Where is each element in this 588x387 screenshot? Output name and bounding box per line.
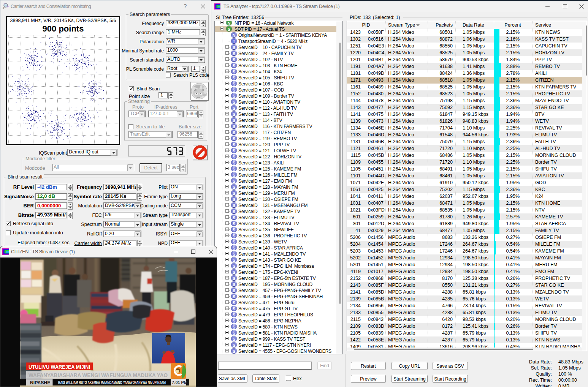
svg-text:S: S — [233, 288, 235, 293]
svg-text:S: S — [233, 148, 235, 153]
svg-text:WAFANYABIASHARA WENGI WAFUNGUA: WAFANYABIASHARA WENGI WAFUNGUA MADUKA YA… — [29, 372, 168, 378]
svg-text:S: S — [233, 270, 235, 275]
svg-text:7:01 PM: 7:01 PM — [172, 380, 187, 385]
svg-text:S: S — [233, 349, 235, 354]
svg-text:S: S — [233, 258, 235, 262]
svg-text:S: S — [233, 313, 235, 317]
svg-text:S: S — [233, 161, 235, 165]
svg-text:RAIS WILLIAM RUTO AKEMEA MAAND: RAIS WILLIAM RUTO AKEMEA MAANDAMANO YANA… — [58, 380, 166, 385]
svg-text:S: S — [233, 343, 235, 348]
svg-text:S: S — [233, 203, 235, 208]
svg-text:S: S — [233, 94, 235, 98]
svg-text:S: S — [233, 264, 235, 269]
svg-text:S: S — [233, 240, 235, 244]
svg-text:S: S — [233, 76, 235, 80]
svg-text:S: S — [233, 142, 235, 147]
svg-text:S: S — [233, 294, 235, 299]
svg-text:S: S — [233, 282, 235, 287]
svg-text:S: S — [233, 306, 235, 311]
svg-text:S: S — [233, 331, 235, 335]
svg-text:S: S — [233, 173, 235, 177]
svg-text:S: S — [233, 221, 235, 226]
svg-text:S: S — [233, 124, 235, 129]
svg-text:S: S — [233, 51, 235, 56]
svg-text:S: S — [233, 82, 235, 86]
svg-text:S: S — [233, 88, 235, 92]
svg-text:S: S — [233, 252, 235, 256]
svg-text:S: S — [233, 106, 235, 111]
svg-text:S: S — [233, 45, 235, 50]
svg-text:S: S — [228, 27, 230, 32]
svg-text:S: S — [233, 197, 235, 202]
svg-text:S: S — [233, 246, 235, 250]
svg-text:S: S — [233, 234, 235, 238]
svg-text:S: S — [233, 179, 235, 183]
svg-text:S: S — [233, 155, 235, 159]
svg-text:S: S — [233, 63, 235, 68]
svg-text:S: S — [233, 100, 235, 104]
svg-text:UTULIVU WAREJEA MIJINI: UTULIVU WAREJEA MIJINI — [29, 364, 90, 370]
svg-text:S: S — [233, 209, 235, 214]
svg-text:N: N — [228, 21, 231, 25]
svg-text:S: S — [233, 136, 235, 141]
svg-text:S: S — [233, 191, 235, 196]
svg-text:S: S — [233, 319, 235, 323]
svg-text:S: S — [233, 130, 235, 135]
svg-text:S: S — [233, 167, 235, 171]
svg-text:S: S — [233, 325, 235, 329]
svg-text:T: T — [233, 39, 235, 44]
svg-text:S: S — [233, 70, 235, 74]
svg-text:S: S — [233, 227, 235, 232]
svg-text:N: N — [233, 33, 236, 38]
svg-text:NIPASHE: NIPASHE — [30, 380, 50, 385]
svg-text:S: S — [233, 185, 235, 190]
svg-text:S: S — [233, 57, 235, 62]
svg-text:S: S — [233, 300, 235, 305]
svg-text:S: S — [233, 337, 235, 341]
svg-text:S: S — [233, 215, 235, 220]
svg-text:S: S — [233, 118, 235, 123]
svg-text:S: S — [233, 112, 235, 117]
svg-text:S: S — [233, 276, 235, 281]
